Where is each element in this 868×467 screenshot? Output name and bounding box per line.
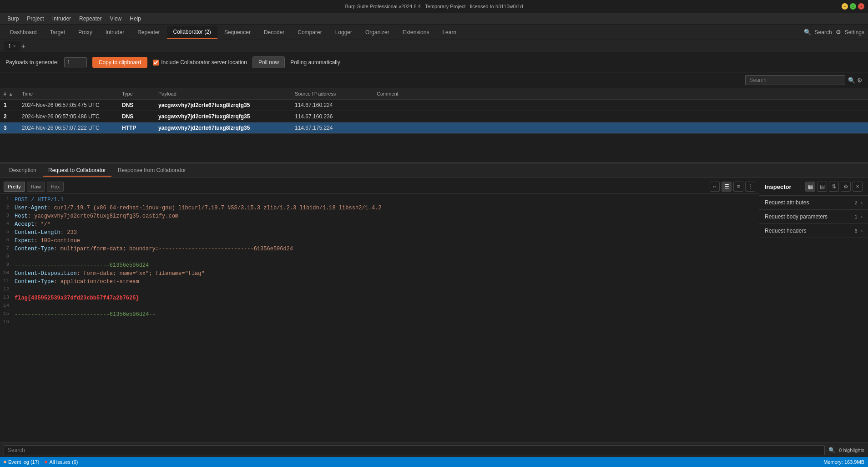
collaborator-table-area: 🔍 ⚙ # ▲ Time Type Payload Source IP addr… (0, 72, 868, 163)
table-row[interactable]: 2 2024-Nov-26 06:57:05.486 UTC DNS yacgw… (0, 111, 868, 122)
include-location-label[interactable]: Include Collaborator server location (153, 59, 247, 66)
panel-tabs: Description Request to Collaborator Resp… (0, 163, 868, 178)
code-key: Accept (15, 221, 34, 228)
toolbar: Payloads to generate: Copy to clipboard … (0, 53, 868, 72)
close-button[interactable]: × (858, 3, 864, 10)
editor-icon-btn-1[interactable]: ↔ (710, 182, 720, 192)
line-content: POST / HTTP/1.1 (13, 196, 759, 204)
payloads-input[interactable] (64, 57, 87, 67)
tab-sequencer[interactable]: Sequencer (218, 26, 257, 38)
table-search-icon[interactable]: 🔍 (848, 77, 855, 84)
inspector-view-btn-1[interactable]: ▦ (805, 182, 815, 192)
table-row[interactable]: 3 2024-Nov-26 06:57:07.222 UTC HTTP yacg… (0, 122, 868, 134)
view-tab-pretty[interactable]: Pretty (4, 182, 25, 192)
tabbar-right: 🔍 Search ⚙ Settings (804, 29, 864, 36)
session-tabbar: 1 × + (0, 40, 868, 53)
line-content: Expect: 100-continue (13, 237, 759, 245)
menu-repeater[interactable]: Repeater (76, 14, 105, 23)
session-tab-close[interactable]: × (13, 44, 16, 49)
editor-icon-btn-2[interactable]: ☰ (722, 182, 732, 192)
code-line: 3 Host: yacgwxvhy7jd2crte67tuxg8lzrqfg35… (0, 212, 759, 220)
maximize-button[interactable]: □ (850, 3, 856, 10)
table-settings-icon[interactable]: ⚙ (857, 77, 863, 84)
inspector-section-header[interactable]: Request body parameters 1 › (759, 210, 868, 223)
minimize-button[interactable]: − (842, 3, 848, 10)
code-boundary: -----------------------------61356e596d2… (15, 262, 149, 269)
tab-logger[interactable]: Logger (329, 26, 358, 38)
tab-response-from-collaborator[interactable]: Response from Collaborator (112, 165, 192, 177)
copy-to-clipboard-button[interactable]: Copy to clipboard (92, 57, 147, 68)
editor-icon-btn-3[interactable]: ≡ (733, 182, 743, 192)
inspector-section-header[interactable]: Request attributes 2 › (759, 196, 868, 209)
menu-burp[interactable]: Burp (4, 14, 22, 23)
col-header-payload[interactable]: Payload (155, 88, 291, 100)
highlights-label: 0 highlights (839, 447, 864, 453)
search-label[interactable]: Search (815, 29, 832, 36)
editor-icon-btn-4[interactable]: ⋮ (745, 182, 755, 192)
line-content (13, 286, 759, 294)
include-location-checkbox[interactable] (153, 60, 159, 66)
menu-intruder[interactable]: Intruder (49, 14, 75, 23)
editor-area: Pretty Raw Hex ↔ ☰ ≡ ⋮ 1 POST / HTTP/1.1… (0, 178, 868, 442)
line-number: 7 (0, 245, 13, 253)
table-body: 1 2024-Nov-26 06:57:05.475 UTC DNS yacgw… (0, 100, 868, 134)
line-number: 5 (0, 228, 13, 237)
line-content: flag{435952539a37dfd23cbb57f47a2b7625} (13, 294, 759, 302)
search-icon-bottom: 🔍 (828, 447, 835, 453)
line-number: 1 (0, 196, 13, 204)
table-search-input[interactable] (745, 75, 845, 85)
inspector-close-btn[interactable]: × (853, 182, 863, 192)
settings-icon: ⚙ (836, 29, 841, 36)
view-tab-raw[interactable]: Raw (27, 182, 45, 192)
inspector-section[interactable]: Request attributes 2 › (759, 196, 868, 210)
code-line: 6 Expect: 100-continue (0, 237, 759, 245)
tab-target[interactable]: Target (44, 26, 71, 38)
tab-comparer[interactable]: Comparer (291, 26, 328, 38)
code-val: : yacgwxvhy7jd2crte67tuxg8lzrqfg35.oasti… (28, 213, 178, 219)
tab-collaborator[interactable]: Collaborator (2) (167, 26, 217, 39)
menu-project[interactable]: Project (23, 14, 47, 23)
col-header-source[interactable]: Source IP address (291, 88, 373, 100)
chevron-right-icon: › (861, 214, 863, 219)
tab-organizer[interactable]: Organizer (359, 26, 396, 38)
tab-intruder[interactable]: Intruder (99, 26, 131, 38)
inspector-view-btn-2[interactable]: ▤ (817, 182, 827, 192)
poll-now-button[interactable]: Poll now (252, 56, 285, 68)
inspector-sort-btn[interactable]: ⇅ (829, 182, 839, 192)
line-number: 11 (0, 278, 13, 286)
all-issues-item[interactable]: All issues (6) (45, 459, 78, 465)
tab-extensions[interactable]: Extensions (396, 26, 436, 38)
inspector-settings-btn[interactable]: ⚙ (841, 182, 851, 192)
inspector-section-header[interactable]: Request headers 6 › (759, 224, 868, 238)
cell-source: 114.67.175.224 (291, 122, 373, 134)
tab-decoder[interactable]: Decoder (257, 26, 291, 38)
settings-label[interactable]: Settings (845, 29, 864, 36)
tab-description[interactable]: Description (4, 165, 42, 177)
view-tab-hex[interactable]: Hex (47, 182, 64, 192)
tab-request-to-collaborator[interactable]: Request to Collaborator (43, 165, 111, 177)
tab-repeater[interactable]: Repeater (131, 26, 166, 38)
code-key: Content-Type (15, 279, 54, 285)
table-row[interactable]: 1 2024-Nov-26 06:57:05.475 UTC DNS yacgw… (0, 100, 868, 111)
inspector-section-label: Request body parameters (765, 213, 828, 220)
tab-learn[interactable]: Learn (436, 26, 463, 38)
event-log-item[interactable]: Event log (17) (4, 459, 39, 465)
col-header-comment[interactable]: Comment (373, 88, 868, 100)
tab-proxy[interactable]: Proxy (72, 26, 99, 38)
col-header-num[interactable]: # ▲ (0, 88, 18, 100)
session-add-button[interactable]: + (21, 42, 25, 51)
line-number: 14 (0, 302, 13, 310)
menu-view[interactable]: View (106, 14, 125, 23)
tab-dashboard[interactable]: Dashboard (4, 26, 43, 38)
menu-help[interactable]: Help (126, 14, 145, 23)
code-val: : */* (34, 221, 50, 228)
code-flag: flag{435952539a37dfd23cbb57f47a2b7625} (15, 295, 139, 301)
inspector-section[interactable]: Request headers 6 › (759, 224, 868, 238)
table-search-row: 🔍 ⚙ (0, 72, 868, 88)
session-tab-1[interactable]: 1 × (4, 41, 20, 51)
bottom-search-input[interactable] (4, 445, 825, 455)
inspector-section[interactable]: Request body parameters 1 › (759, 210, 868, 224)
col-header-type[interactable]: Type (118, 88, 155, 100)
line-number: 8 (0, 253, 13, 261)
col-header-time[interactable]: Time (18, 88, 118, 100)
